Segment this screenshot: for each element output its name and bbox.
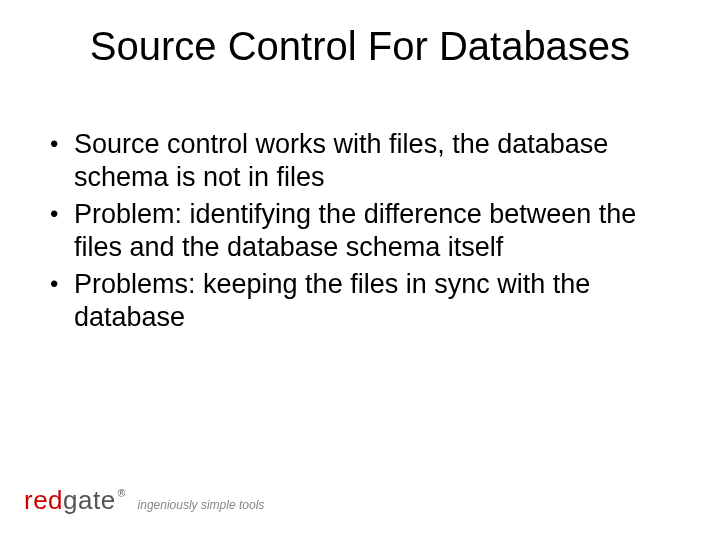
list-item: Problems: keeping the files in sync with… <box>48 268 660 334</box>
footer-logo: redgate® ingeniously simple tools <box>24 485 264 516</box>
list-item: Problem: identifying the difference betw… <box>48 198 660 264</box>
slide: Source Control For Databases Source cont… <box>0 0 720 540</box>
registered-mark: ® <box>118 488 126 499</box>
slide-body: Source control works with files, the dat… <box>48 128 660 338</box>
logo-tagline: ingeniously simple tools <box>138 498 265 516</box>
bullet-list: Source control works with files, the dat… <box>48 128 660 334</box>
logo-part-red: red <box>24 485 63 516</box>
slide-title: Source Control For Databases <box>0 24 720 69</box>
list-item: Source control works with files, the dat… <box>48 128 660 194</box>
logo-part-gate: gate <box>63 485 116 516</box>
redgate-logo: redgate® <box>24 485 126 516</box>
